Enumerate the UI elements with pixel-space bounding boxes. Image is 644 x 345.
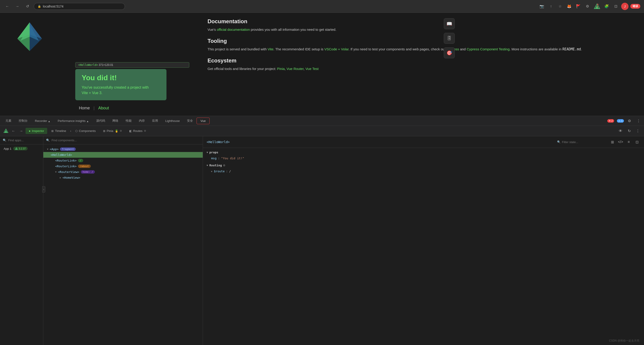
code-view-btn[interactable]: </> [617, 139, 624, 145]
vdt-middle-panel: 🔍 ▼ <App> fragment <HelloWorld> <RouterL… [43, 136, 203, 345]
vdt-back-btn[interactable]: ← [10, 128, 17, 134]
tab-performance[interactable]: 性能 [122, 117, 135, 124]
tree-item-routerlink-slash[interactable]: <RouterLink> / [43, 158, 203, 163]
back-button[interactable]: ← [4, 3, 11, 10]
tab-network[interactable]: 网络 [109, 117, 122, 124]
fox-extension[interactable]: 🦊 [566, 3, 573, 10]
nav-about-link[interactable]: About [95, 105, 113, 111]
ecosystem-paragraph: Get official tools and libraries for you… [208, 66, 635, 71]
filter-state-input[interactable] [562, 140, 608, 144]
book-icon-btn[interactable]: 📖 [444, 18, 455, 29]
tree-item-routerview[interactable]: ▼ <RouterView> home: / [43, 169, 203, 175]
vscode-link[interactable]: VSCode + Volar [324, 47, 348, 51]
share-button[interactable]: ↑ [547, 3, 554, 10]
tab-security[interactable]: 安全 [183, 117, 196, 124]
flag-button[interactable]: 🚩 [575, 3, 582, 10]
tab-recorder[interactable]: Recorder ▲ [31, 118, 54, 124]
vite-link[interactable]: Vite [268, 47, 274, 51]
component-search-bar: 🔍 [43, 136, 203, 144]
url-text: localhost:5174 [43, 4, 64, 8]
error-count-badge: ✕ 2 [607, 119, 614, 123]
address-bar[interactable]: 🔒 localhost:5174 [34, 3, 125, 10]
nav-home-link[interactable]: Home [75, 105, 94, 111]
tab-vue[interactable]: Vue [196, 118, 210, 124]
doc-official-link[interactable]: official documentation [217, 27, 250, 31]
homeview-arrow: ▶ [60, 176, 61, 179]
settings-button[interactable]: ⚙ [584, 3, 591, 10]
slash-badge: / [78, 159, 83, 162]
inspector-dot: ● [29, 129, 30, 133]
props-arrow: ▼ [206, 151, 208, 154]
msg-key: msg [211, 157, 216, 160]
tab-timeline[interactable]: ⊞ Timeline [48, 128, 69, 134]
routes-icon: ◧ [129, 129, 132, 133]
vue-devtools-panel: ← → ● Inspector ⊞ Timeline › ⬡ Component… [0, 126, 644, 345]
vue-test-link[interactable]: Vue Test [305, 67, 318, 71]
forward-button[interactable]: → [14, 3, 21, 10]
vdt-eye-btn[interactable]: 👁 [617, 128, 624, 134]
docs-area: Documentation Vue's official documentati… [198, 13, 644, 116]
puzzle-button[interactable]: 🧩 [603, 3, 610, 10]
vdt-refresh-btn[interactable]: ↻ [626, 128, 632, 134]
tab-pinia[interactable]: ⊞ Pinia 🍍 ⚙ [100, 128, 125, 134]
devtools-settings-btn[interactable]: ⚙ [626, 117, 633, 124]
tab-components[interactable]: ⬡ Components [72, 128, 99, 134]
collapse-btn[interactable]: ‹ [42, 186, 46, 193]
homeview-tag: <HomeView> [62, 176, 80, 179]
props-tree: ▼ props msg : "You did it!" ▼ Routing ⚙ … [203, 148, 644, 176]
pinia-grid-icon: ⊞ [103, 129, 105, 133]
search-icon-right: 🔍 [557, 140, 560, 144]
state-extra-btn[interactable]: ⊡ [634, 139, 640, 145]
tab-routes[interactable]: ◧ Routes ⚙ [126, 128, 149, 134]
sidebar-icons: 📖 🗄 🎯 [444, 18, 455, 58]
tab-memory[interactable]: 内存 [135, 117, 148, 124]
pinia-link[interactable]: Pinia [277, 67, 284, 71]
vue-router-link[interactable]: Vue Router [287, 67, 304, 71]
reload-button[interactable]: ↺ [24, 3, 31, 10]
vdt-forward-btn[interactable]: → [18, 128, 25, 134]
tree-item-app[interactable]: ▼ <App> fragment [43, 146, 203, 152]
tab-performance-insights[interactable]: Performance insights ▲ [54, 118, 92, 124]
cypress-component-link[interactable]: Cypress Component Testing [466, 47, 510, 51]
route-row: ▶ $route : / [206, 169, 640, 174]
find-apps-input[interactable] [8, 139, 46, 142]
search-icon-middle: 🔍 [46, 139, 50, 142]
tab-sources[interactable]: 源代码 [92, 117, 109, 124]
scroll-snap-btn[interactable]: ⊞ [609, 139, 616, 145]
tree-item-helloworld[interactable]: <HelloWorld> [43, 152, 203, 158]
vdt-left-panel: 🔍 App 1 3.2.37 [0, 136, 43, 345]
tab-lighthouse[interactable]: Lighthouse [162, 118, 184, 124]
card-title: You did it! [82, 74, 160, 82]
tree-item-routerlink-about[interactable]: <RouterLink> /about [43, 163, 203, 169]
vdt-right-panel: <HelloWorld> 🔍 ⊞ </> ≡ ⊡ ▼ props msg [203, 136, 644, 345]
vdt-vue-logo [3, 128, 9, 134]
target-icon-btn[interactable]: 🎯 [444, 47, 455, 58]
user-avatar[interactable]: J [621, 3, 628, 10]
component-tooltip: <HelloWorld> 371×120.01 [75, 62, 189, 68]
bookmark-button[interactable]: ☆ [556, 3, 564, 10]
tab-elements[interactable]: 元素 [2, 117, 15, 124]
screenshot-button[interactable]: 📷 [538, 3, 546, 10]
red-arrow: ↑ [596, 1, 600, 9]
doc-title: Documentation [208, 18, 635, 25]
tab-application[interactable]: 应用 [148, 117, 162, 124]
devtools-more-btn[interactable]: ⋮ [635, 117, 642, 124]
find-components-input[interactable] [52, 139, 200, 142]
layout-button[interactable]: ⊡ [612, 3, 619, 10]
archive-icon-btn[interactable]: 🗄 [444, 33, 455, 44]
vdt-toolbar-wrapper: ← → ● Inspector ⊞ Timeline › ⬡ Component… [0, 126, 644, 136]
tree-item-homeview[interactable]: ▶ <HomeView> [43, 175, 203, 180]
props-section-toggle[interactable]: ▼ props [206, 151, 640, 154]
routerlink1-tag: <RouterLink> [55, 159, 76, 162]
routing-section-toggle[interactable]: ▼ Routing ⚙ [206, 163, 640, 167]
search-icon-left: 🔍 [3, 139, 6, 142]
tab-console[interactable]: 控制台 [15, 117, 31, 124]
state-more-btn[interactable]: ≡ [625, 139, 632, 145]
route-value: / [229, 170, 231, 173]
app1-item[interactable]: App 1 3.2.37 [0, 144, 43, 153]
perf-badge: ▲ [86, 120, 89, 122]
routing-gear-icon: ⚙ [223, 163, 225, 167]
devtools-tab-end: ✕ 2 ⚠ 1 ⚙ ⋮ [606, 117, 642, 124]
vdt-more-btn[interactable]: ⋮ [634, 128, 641, 134]
tab-inspector[interactable]: ● Inspector [26, 128, 47, 134]
